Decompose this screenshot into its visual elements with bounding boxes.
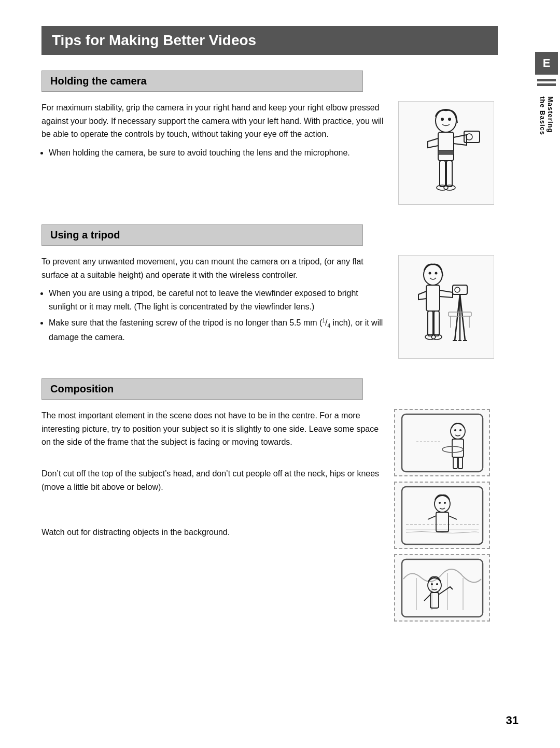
svg-point-2 <box>441 118 444 121</box>
page: E Masteringthe Basics Tips for Making Be… <box>0 0 560 748</box>
svg-point-53 <box>431 583 433 585</box>
tab-line-1 <box>537 79 556 81</box>
comp-illus-2-svg <box>401 486 484 545</box>
svg-point-43 <box>435 496 450 512</box>
holding-bullets: When holding the camera, be sure to avoi… <box>49 146 384 160</box>
holding-para1: For maximum stability, grip the camera i… <box>41 101 384 141</box>
svg-rect-37 <box>453 457 457 469</box>
svg-point-0 <box>436 109 456 132</box>
tab-mastering-label: Masteringthe Basics <box>539 96 554 135</box>
svg-rect-5 <box>438 150 454 154</box>
composition-illus-1 <box>394 409 490 476</box>
section-holding: Holding the camera For maximum stability… <box>41 70 498 209</box>
tab-line-2 <box>537 83 556 86</box>
svg-rect-47 <box>402 559 483 617</box>
comp-illus-3-svg <box>401 558 484 618</box>
section-composition-header: Composition <box>41 378 363 400</box>
holding-camera-svg <box>407 106 485 200</box>
svg-rect-4 <box>438 132 454 161</box>
page-number: 31 <box>506 714 519 727</box>
svg-point-19 <box>425 334 436 340</box>
tab-lines <box>537 79 556 86</box>
composition-content: The most important element in the scene … <box>41 409 498 622</box>
section-holding-content: For maximum stability, grip the camera i… <box>41 101 498 209</box>
section-tripod-header: Using a tripod <box>41 224 363 246</box>
section-holding-header: Holding the camera <box>41 70 363 92</box>
svg-point-34 <box>454 429 456 431</box>
tripod-para1: To prevent any unwanted movement, you ca… <box>41 255 384 281</box>
composition-illus-3 <box>394 554 490 622</box>
svg-rect-46 <box>436 512 449 532</box>
svg-point-20 <box>431 334 442 340</box>
svg-rect-16 <box>426 285 440 311</box>
tripod-bullets: When you are using a tripod, be careful … <box>49 287 384 344</box>
main-content: Tips for Making Better Videos Holding th… <box>41 26 529 717</box>
section-composition: Composition The most important element i… <box>41 378 498 622</box>
svg-line-23 <box>455 294 460 341</box>
holding-text: For maximum stability, grip the camera i… <box>41 101 384 162</box>
holding-bullet1: When holding the camera, be sure to avoi… <box>49 146 384 160</box>
svg-point-45 <box>444 502 446 504</box>
page-title: Tips for Making Better Videos <box>41 26 498 55</box>
svg-point-54 <box>436 583 438 585</box>
right-tab: E Masteringthe Basics <box>533 52 560 135</box>
section-tripod: Using a tripod To prevent any unwanted m… <box>41 224 498 363</box>
composition-text: The most important element in the scene … <box>41 409 384 544</box>
composition-para2: Don’t cut off the top of the subject’s h… <box>41 467 384 493</box>
svg-point-11 <box>444 185 455 190</box>
svg-rect-18 <box>434 311 439 336</box>
svg-rect-32 <box>402 414 483 472</box>
svg-point-3 <box>448 118 451 121</box>
section-tripod-content: To prevent any unwanted movement, you ca… <box>41 255 498 363</box>
tripod-bullet2: Make sure that the fastening screw of th… <box>49 316 384 344</box>
svg-point-44 <box>439 502 441 504</box>
tripod-svg <box>407 260 485 354</box>
composition-illus-2 <box>394 482 490 549</box>
tripod-bullet1: When you are using a tripod, be careful … <box>49 287 384 313</box>
tripod-text: To prevent any unwanted movement, you ca… <box>41 255 384 347</box>
svg-point-39 <box>442 446 463 453</box>
tab-letter: E <box>535 52 558 75</box>
composition-illustrations <box>394 409 498 622</box>
svg-line-24 <box>460 294 465 341</box>
tripod-illustration <box>394 255 498 363</box>
composition-para3: Watch out for distracting objects in the… <box>41 526 384 539</box>
svg-point-22 <box>455 287 460 292</box>
svg-rect-38 <box>458 457 463 469</box>
svg-rect-17 <box>428 311 433 336</box>
comp-illus-1-svg <box>401 413 484 473</box>
svg-rect-9 <box>446 161 452 187</box>
svg-point-14 <box>429 272 431 275</box>
svg-rect-8 <box>440 161 445 187</box>
holding-illustration <box>394 101 498 209</box>
svg-point-35 <box>459 429 461 431</box>
svg-point-15 <box>435 272 438 275</box>
tripod-image-box <box>398 255 494 359</box>
holding-image-box <box>398 101 494 205</box>
composition-para1: The most important element in the scene … <box>41 409 384 449</box>
